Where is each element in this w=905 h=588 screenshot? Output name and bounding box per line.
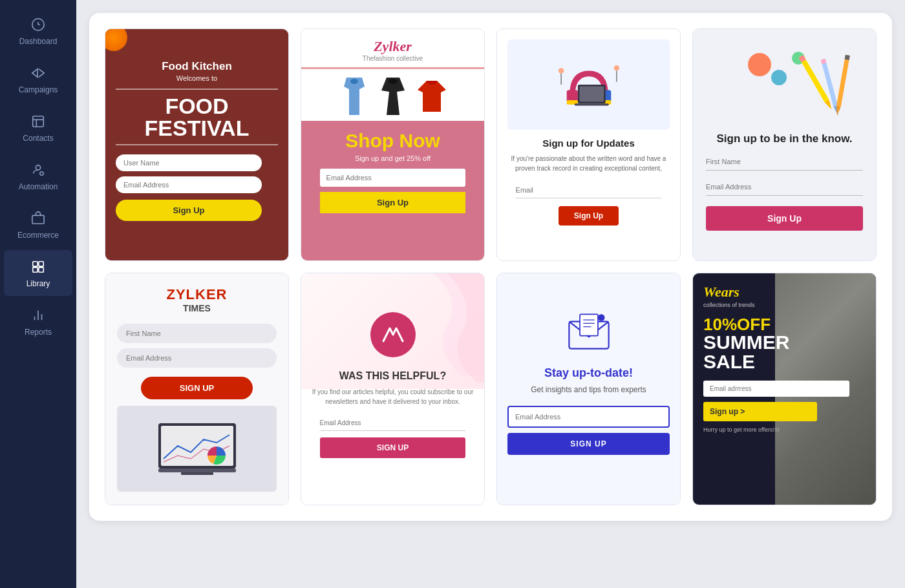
svg-rect-43 — [181, 472, 213, 475]
zylker-circle-logo — [370, 312, 416, 357]
zylker-times-sub: TIMES — [183, 303, 211, 313]
template-card-helpful[interactable]: WAS THIS HELPFUL? If you find our articl… — [301, 273, 485, 505]
fashion-header: Zylker Thefashion collective — [301, 29, 484, 69]
updates-title: Sign up for Updates — [542, 138, 635, 149]
svg-point-27 — [748, 53, 771, 76]
food-festival-title: FOOD FESTIVAL — [116, 89, 278, 145]
sidebar-item-reports[interactable]: Reports — [4, 299, 72, 344]
template-card-stayup[interactable]: Stay up-to-date! Get insights and tips f… — [496, 273, 681, 505]
svg-rect-45 — [580, 314, 598, 335]
know-signup-button[interactable]: Sign Up — [706, 206, 863, 231]
fashion-signup-button[interactable]: Sign Up — [320, 192, 466, 213]
magnet-illustration — [507, 39, 670, 130]
sidebar-item-contacts[interactable]: Contacts — [4, 105, 72, 151]
template-grid: Food Kitchen Welcomes to FOOD FESTIVAL S… — [105, 28, 877, 505]
sale-off-text: 10%OFF — [703, 316, 866, 333]
template-card-know[interactable]: Sign up to be in the know. Sign Up — [692, 28, 877, 261]
sale-signup-button[interactable]: Sign up > — [703, 402, 817, 421]
svg-rect-13 — [39, 268, 43, 272]
pencils-illustration — [706, 42, 863, 126]
dresses-row — [301, 69, 484, 121]
know-firstname-input[interactable] — [706, 153, 863, 171]
sidebar-item-dashboard[interactable]: Dashboard — [4, 8, 72, 54]
card-helpful-inner: WAS THIS HELPFUL? If you find our articl… — [301, 273, 484, 505]
card-fashion-inner: Zylker Thefashion collective — [301, 29, 484, 260]
know-title: Sign up to be in the know. — [717, 132, 853, 145]
sidebar: Dashboard Campaigns Contacts Automation … — [0, 0, 76, 588]
helpful-signup-button[interactable]: SIGN UP — [320, 437, 466, 458]
svg-point-14 — [350, 79, 358, 84]
sale-email-input[interactable] — [703, 381, 849, 397]
know-email-input[interactable] — [706, 178, 863, 196]
sidebar-item-library[interactable]: Library — [4, 250, 72, 296]
wears-logo: Wears — [703, 284, 866, 300]
card-food-inner: Food Kitchen Welcomes to FOOD FESTIVAL S… — [105, 29, 288, 260]
contacts-icon — [29, 112, 47, 131]
svg-rect-22 — [574, 103, 608, 105]
svg-point-49 — [598, 314, 605, 321]
food-email-input[interactable] — [116, 176, 262, 193]
food-username-input[interactable] — [116, 154, 262, 171]
template-card-updates[interactable]: Sign up for Updates If you're passionate… — [496, 28, 681, 261]
card-updates-inner: Sign up for Updates If you're passionate… — [497, 29, 680, 260]
envelope-illustration — [563, 306, 615, 357]
sidebar-item-automation[interactable]: Automation — [4, 153, 72, 199]
svg-point-25 — [613, 65, 619, 71]
svg-rect-38 — [845, 55, 850, 60]
helpful-email-input[interactable] — [320, 415, 466, 431]
template-grid-container: Food Kitchen Welcomes to FOOD FESTIVAL S… — [89, 13, 892, 521]
updates-signup-button[interactable]: Sign Up — [559, 206, 619, 226]
orange-slice-decoration — [105, 29, 127, 51]
svg-rect-36 — [836, 55, 850, 107]
fashion-email-input[interactable] — [320, 169, 466, 187]
black-dress-icon — [377, 77, 409, 116]
fashion-discount-text: Sign up and get 25% off — [355, 154, 431, 162]
stayup-description: Get insights and tips from experts — [531, 385, 646, 394]
helpful-title: WAS THIS HELPFUL? — [339, 370, 446, 382]
main-content: Food Kitchen Welcomes to FOOD FESTIVAL S… — [76, 0, 905, 588]
updates-email-input[interactable] — [516, 182, 662, 198]
template-card-food-festival[interactable]: Food Kitchen Welcomes to FOOD FESTIVAL S… — [105, 28, 289, 261]
svg-point-7 — [36, 165, 40, 170]
times-laptop-illustration — [117, 406, 277, 492]
stayup-signup-button[interactable]: SIGN UP — [507, 433, 670, 455]
template-card-summer-sale[interactable]: Wears collections of trends 10%OFF SUMME… — [692, 273, 877, 505]
svg-rect-4 — [33, 116, 44, 127]
times-firstname-input[interactable] — [117, 324, 277, 343]
svg-rect-10 — [33, 262, 37, 266]
shop-now-title: Shop Now — [345, 130, 440, 152]
wears-sub: collections of trends — [703, 302, 866, 308]
campaigns-icon — [29, 64, 47, 82]
svg-rect-21 — [579, 87, 604, 102]
card-times-inner: ZYLKER TIMES SIGN UP — [105, 273, 288, 505]
zylker-times-logo: ZYLKER — [167, 286, 228, 303]
sidebar-item-campaigns[interactable]: Campaigns — [4, 56, 72, 102]
times-signup-button[interactable]: SIGN UP — [141, 377, 253, 399]
template-card-zylker-fashion[interactable]: Zylker Thefashion collective — [301, 28, 485, 261]
sale-content: Wears collections of trends 10%OFF SUMME… — [693, 273, 876, 505]
pink-section: Shop Now Sign up and get 25% off Sign Up — [301, 121, 484, 260]
stayup-email-input[interactable] — [507, 406, 670, 428]
fashion-logo: Zylker — [308, 38, 478, 55]
template-card-zylker-times[interactable]: ZYLKER TIMES SIGN UP — [105, 273, 289, 505]
svg-point-15 — [389, 79, 398, 84]
card-know-inner: Sign up to be in the know. Sign Up — [693, 29, 876, 260]
times-email-input[interactable] — [117, 348, 277, 368]
sale-hurry-text: Hurry up to get more offers!!!! — [703, 426, 866, 433]
svg-marker-3 — [32, 69, 37, 78]
food-signup-button[interactable]: Sign Up — [116, 200, 262, 221]
svg-rect-9 — [32, 215, 44, 224]
svg-rect-12 — [33, 268, 37, 272]
sidebar-item-ecommerce[interactable]: Ecommerce — [4, 202, 72, 247]
automation-icon — [29, 161, 47, 179]
helpful-description: If you find our articles helpful, you co… — [312, 387, 474, 406]
fashion-sub: Thefashion collective — [308, 55, 478, 62]
svg-point-28 — [771, 70, 787, 85]
updates-description: If you're passionate about the written w… — [507, 154, 670, 173]
sale-sale-text: SALE — [703, 352, 866, 372]
food-welcome-text: Welcomes to — [116, 74, 278, 82]
svg-rect-11 — [39, 262, 43, 266]
card-stayup-inner: Stay up-to-date! Get insights and tips f… — [497, 273, 680, 505]
blue-dress-icon — [338, 77, 370, 116]
sale-summer-text: SUMMER — [703, 333, 866, 352]
